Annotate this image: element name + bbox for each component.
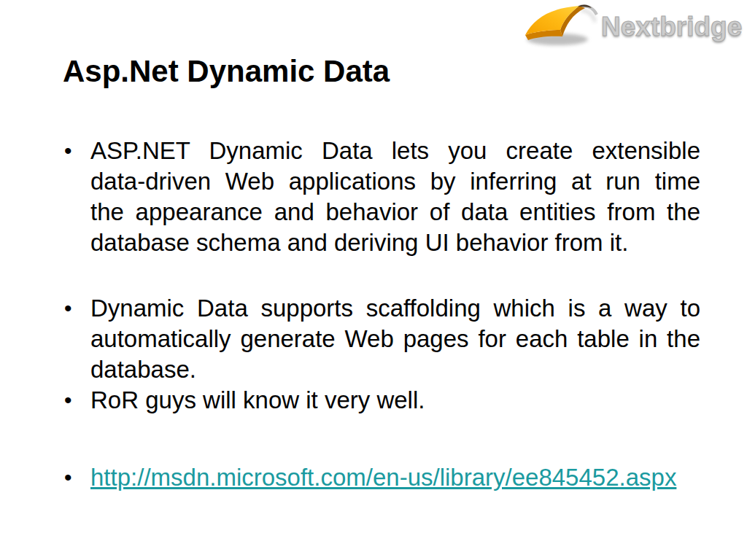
bullet-line: automatically generate Web pages for eac… [90, 324, 700, 354]
bullet-icon: • [63, 136, 92, 166]
bullet-icon: • [63, 293, 92, 324]
nextbridge-logo: Nextbridge [521, 0, 742, 50]
bullet-line: data-driven Web applications by inferrin… [90, 166, 700, 197]
page-title: Asp.Net Dynamic Data [63, 54, 390, 89]
logo-wordmark: Nextbridge [601, 12, 742, 42]
msdn-link[interactable]: http://msdn.microsoft.com/en-us/library/… [90, 464, 676, 491]
bullet-item-link: • http://msdn.microsoft.com/en-us/librar… [63, 462, 702, 493]
bullet-icon: • [63, 462, 92, 493]
bullet-item-1: • ASP.NET Dynamic Data lets you create e… [63, 136, 702, 258]
bullet-item-2: • Dynamic Data supports scaffolding whic… [63, 293, 702, 385]
bullet-line: the appearance and behavior of data enti… [90, 197, 700, 228]
bullet-line: database. [90, 354, 700, 385]
bullet-icon: • [63, 385, 92, 416]
bullet-line: RoR guys will know it very well. [90, 385, 700, 416]
slide: Nextbridge Asp.Net Dynamic Data • ASP.NE… [0, 0, 747, 560]
bullet-line: ASP.NET Dynamic Data lets you create ext… [90, 136, 700, 166]
swoosh-arrow-icon [521, 1, 598, 49]
bullet-line: database schema and deriving UI behavior… [90, 228, 700, 258]
bullet-item-3: • RoR guys will know it very well. [63, 385, 702, 416]
bullet-line: Dynamic Data supports scaffolding which … [90, 293, 700, 324]
